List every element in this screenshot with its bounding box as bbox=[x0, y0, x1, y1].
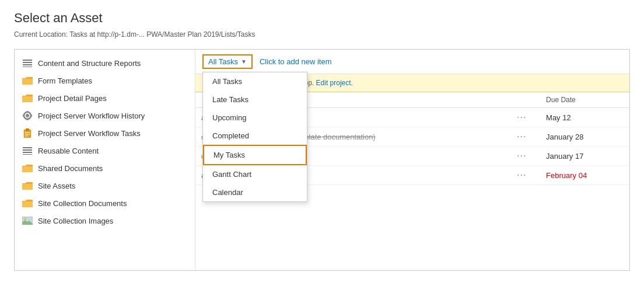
task-due-date: January 28 bbox=[540, 127, 629, 147]
sidebar-item-label: Shared Documents bbox=[38, 164, 103, 173]
ellipsis-icon[interactable]: ··· bbox=[517, 151, 526, 161]
list-icon bbox=[22, 145, 33, 156]
sidebar-item-form-templates[interactable]: Form Templates bbox=[15, 72, 195, 89]
svg-rect-3 bbox=[23, 67, 32, 67]
folder-icon bbox=[22, 180, 33, 191]
dropdown-item-my-tasks[interactable]: My Tasks bbox=[203, 145, 307, 165]
main-content: Content and Structure ReportsForm Templa… bbox=[14, 49, 630, 271]
svg-rect-10 bbox=[23, 115, 24, 117]
svg-rect-23 bbox=[22, 201, 33, 207]
svg-rect-19 bbox=[23, 152, 32, 153]
svg-rect-2 bbox=[23, 64, 32, 65]
svg-rect-22 bbox=[22, 184, 33, 190]
task-due-date: May 12 bbox=[540, 108, 629, 127]
svg-rect-17 bbox=[23, 147, 32, 148]
svg-rect-15 bbox=[25, 134, 30, 135]
page-title: Select an Asset bbox=[14, 11, 630, 26]
dropdown-item-calendar[interactable]: Calendar bbox=[203, 183, 307, 201]
dropdown-item-upcoming[interactable]: Upcoming bbox=[203, 109, 307, 127]
svg-rect-8 bbox=[27, 111, 29, 113]
dropdown-item-all-tasks[interactable]: All Tasks bbox=[203, 72, 307, 90]
svg-rect-4 bbox=[22, 79, 33, 85]
folder-icon bbox=[22, 197, 33, 209]
svg-rect-1 bbox=[23, 62, 32, 63]
svg-rect-14 bbox=[25, 132, 30, 133]
svg-rect-16 bbox=[25, 135, 28, 137]
toolbar: All Tasks ▼ Click to add new item All Ta… bbox=[195, 50, 629, 74]
task-actions-cell[interactable]: ··· bbox=[511, 108, 540, 127]
col-spacer bbox=[511, 92, 540, 108]
sidebar: Content and Structure ReportsForm Templa… bbox=[15, 50, 195, 270]
sidebar-item-label: Site Assets bbox=[38, 182, 75, 190]
current-location: Current Location: Tasks at http://p-1.dm… bbox=[14, 30, 630, 39]
sidebar-item-label: Content and Structure Reports bbox=[38, 59, 141, 68]
add-link[interactable]: add bbox=[286, 57, 299, 66]
sidebar-item-workflow-tasks[interactable]: Project Server Workflow Tasks bbox=[15, 124, 195, 142]
svg-rect-0 bbox=[23, 60, 32, 61]
current-location-value: Tasks at http://p-1.dm-... PWA/Master Pl… bbox=[69, 30, 255, 39]
task-actions-cell[interactable]: ··· bbox=[511, 147, 540, 166]
image-icon bbox=[22, 215, 33, 227]
ellipsis-icon[interactable]: ··· bbox=[517, 131, 526, 141]
svg-rect-11 bbox=[30, 115, 32, 117]
page-header: Select an Asset Current Location: Tasks … bbox=[0, 0, 644, 49]
sidebar-item-shared-docs[interactable]: Shared Documents bbox=[15, 159, 195, 177]
folder-icon bbox=[22, 92, 33, 104]
ellipsis-icon[interactable]: ··· bbox=[517, 170, 526, 180]
task-actions-cell[interactable]: ··· bbox=[511, 127, 540, 147]
svg-rect-20 bbox=[23, 154, 32, 155]
sidebar-item-label: Form Templates bbox=[38, 76, 92, 85]
clipboard-icon bbox=[22, 127, 33, 139]
dropdown-item-late-tasks[interactable]: Late Tasks bbox=[203, 90, 307, 109]
sidebar-item-project-detail[interactable]: Project Detail Pages bbox=[15, 89, 195, 107]
sidebar-item-label: Reusable Content bbox=[38, 147, 99, 155]
sidebar-item-label: Project Server Workflow Tasks bbox=[38, 129, 141, 138]
content-area: All Tasks ▼ Click to add new item All Ta… bbox=[195, 50, 629, 270]
sidebar-item-label: Site Collection Images bbox=[38, 217, 113, 225]
dropdown-item-completed[interactable]: Completed bbox=[203, 127, 307, 145]
sidebar-item-workflow-history[interactable]: Project Server Workflow History bbox=[15, 107, 195, 124]
view-dropdown-button[interactable]: All Tasks ▼ bbox=[202, 54, 253, 69]
folder-icon bbox=[22, 75, 33, 86]
sidebar-item-label: Project Server Workflow History bbox=[38, 112, 145, 120]
svg-rect-13 bbox=[26, 128, 29, 131]
svg-rect-9 bbox=[27, 119, 29, 120]
folder-icon bbox=[22, 162, 33, 174]
sidebar-item-site-collection-docs[interactable]: Site Collection Documents bbox=[15, 194, 195, 212]
dropdown-arrow-icon: ▼ bbox=[241, 58, 247, 65]
sidebar-item-site-assets[interactable]: Site Assets bbox=[15, 177, 195, 194]
ellipsis-icon[interactable]: ··· bbox=[517, 112, 526, 122]
col-due-date: Due Date bbox=[540, 92, 629, 108]
current-location-label: Current Location: bbox=[14, 30, 68, 39]
sidebar-item-label: Project Detail Pages bbox=[38, 94, 107, 103]
task-due-date: February 04 bbox=[540, 166, 629, 185]
sidebar-item-reusable-content[interactable]: Reusable Content bbox=[15, 142, 195, 159]
dropdown-item-gantt-chart[interactable]: Gantt Chart bbox=[203, 165, 307, 183]
sidebar-item-site-collection-images[interactable]: Site Collection Images bbox=[15, 212, 195, 229]
task-actions-cell[interactable]: ··· bbox=[511, 166, 540, 185]
svg-rect-21 bbox=[22, 166, 33, 172]
sidebar-item-label: Site Collection Documents bbox=[38, 199, 127, 208]
add-item-text: Click to add new item bbox=[260, 57, 332, 66]
task-due-date: January 17 bbox=[540, 147, 629, 166]
svg-rect-18 bbox=[23, 149, 32, 151]
svg-rect-5 bbox=[22, 96, 33, 102]
gear-icon bbox=[22, 110, 33, 121]
svg-point-25 bbox=[24, 218, 26, 220]
list-icon bbox=[22, 57, 33, 69]
dropdown-menu: All TasksLate TasksUpcomingCompletedMy T… bbox=[202, 72, 307, 202]
edit-project-link[interactable]: Edit project. bbox=[316, 79, 353, 87]
svg-point-6 bbox=[26, 114, 29, 117]
view-dropdown-label: All Tasks bbox=[208, 57, 238, 66]
sidebar-item-content-structure[interactable]: Content and Structure Reports bbox=[15, 54, 195, 72]
